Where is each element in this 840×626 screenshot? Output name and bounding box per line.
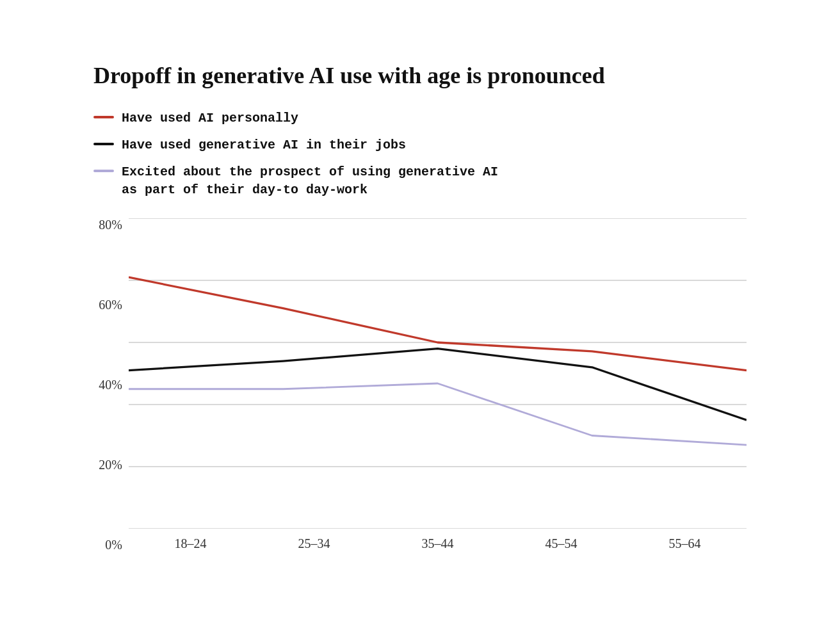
y-label-60: 60% [93,298,129,311]
chart-plot [129,218,747,529]
y-axis: 0% 20% 40% 60% 80% [93,218,129,551]
legend-label-black: Have used generative AI in their jobs [122,136,406,154]
chart-svg [129,218,747,529]
legend: Have used AI personally Have used genera… [93,109,747,199]
line-red [129,277,747,371]
legend-label-purple: Excited about the prospect of using gene… [122,163,498,199]
legend-item-purple: Excited about the prospect of using gene… [93,163,747,199]
legend-label-red: Have used AI personally [122,109,298,127]
x-label-25-34: 25–34 [252,536,376,551]
y-label-20: 20% [93,458,129,471]
x-axis-labels: 18–24 25–34 35–44 45–54 55–64 [129,536,747,551]
legend-line-black [93,143,114,145]
y-label-0: 0% [93,538,129,551]
legend-item-black: Have used generative AI in their jobs [93,136,747,154]
line-black [129,348,747,420]
y-label-80: 80% [93,218,129,231]
legend-item-red: Have used AI personally [93,109,747,127]
line-purple [129,383,747,445]
x-label-55-64: 55–64 [623,536,747,551]
legend-line-purple [93,170,114,172]
x-label-18-24: 18–24 [129,536,252,551]
legend-line-red [93,116,114,118]
x-label-45-54: 45–54 [499,536,623,551]
x-label-35-44: 35–44 [376,536,499,551]
chart-area: 0% 20% 40% 60% 80% [93,218,747,551]
chart-container: Dropoff in generative AI use with age is… [68,36,772,589]
y-label-40: 40% [93,378,129,391]
chart-title: Dropoff in generative AI use with age is… [93,62,747,90]
